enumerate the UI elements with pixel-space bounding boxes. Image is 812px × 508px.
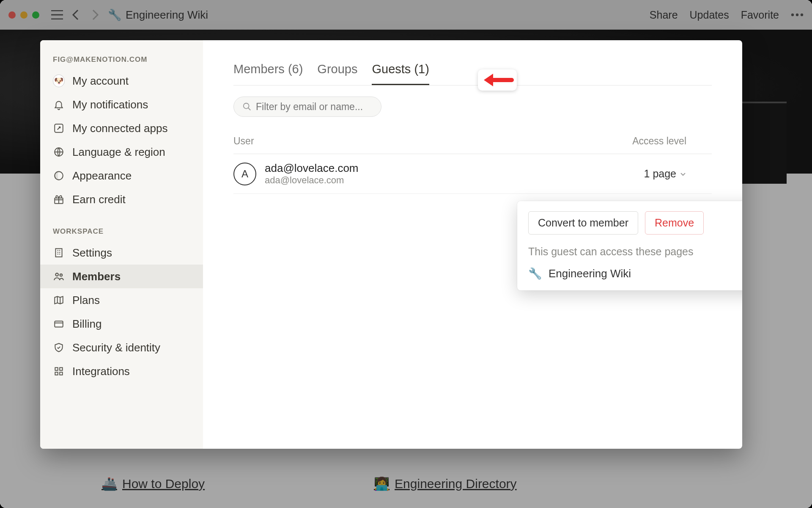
svg-rect-11	[55, 367, 58, 370]
sidebar-item-earn-credit[interactable]: Earn credit	[40, 188, 203, 211]
tab-guests[interactable]: Guests (1)	[372, 62, 429, 85]
filter-input-wrapper[interactable]	[233, 97, 381, 117]
svg-rect-10	[55, 321, 63, 327]
accessible-page-label: Engineering Wiki	[549, 267, 631, 280]
sidebar-item-label: My connected apps	[72, 122, 167, 135]
moon-icon	[53, 170, 65, 181]
guest-name: ada@lovelace.com	[265, 162, 644, 175]
svg-point-15	[244, 103, 249, 109]
svg-point-8	[55, 273, 58, 276]
shield-icon	[53, 342, 65, 353]
sidebar-item-label: Plans	[72, 294, 100, 307]
member-tabs: Members (6) Groups Guests (1)	[233, 62, 712, 86]
sidebar-item-notifications[interactable]: My notifications	[40, 93, 203, 116]
sidebar-item-appearance[interactable]: Appearance	[40, 164, 203, 188]
remove-guest-button[interactable]: Remove	[645, 211, 704, 235]
settings-modal: FIG@MAKENOTION.COM 🐶 My account My notif…	[40, 40, 742, 449]
sidebar-item-members[interactable]: Members	[40, 265, 203, 288]
convert-to-member-button[interactable]: Convert to member	[528, 211, 638, 235]
sidebar-item-connected-apps[interactable]: My connected apps	[40, 116, 203, 140]
svg-point-9	[60, 274, 62, 276]
building-icon	[53, 247, 65, 258]
sidebar-item-plans[interactable]: Plans	[40, 288, 203, 312]
svg-rect-12	[60, 367, 63, 370]
filter-input[interactable]	[256, 101, 373, 113]
chevron-down-icon	[680, 171, 686, 177]
sidebar-item-label: Security & identity	[72, 341, 160, 354]
sidebar-item-label: Appearance	[72, 169, 132, 182]
accessible-page-item[interactable]: 🔧 Engineering Wiki	[528, 267, 742, 280]
sidebar-item-my-account[interactable]: 🐶 My account	[40, 69, 203, 93]
guest-access-popover: Convert to member Remove This guest can …	[517, 201, 742, 290]
sidebar-item-label: Integrations	[72, 365, 130, 378]
guest-info: ada@lovelace.com ada@lovelace.com	[265, 162, 644, 186]
grid-icon	[53, 366, 65, 377]
col-user: User	[233, 135, 254, 147]
sidebar-item-integrations[interactable]: Integrations	[40, 359, 203, 383]
sidebar-item-label: Settings	[72, 246, 112, 260]
sidebar-item-label: Members	[72, 270, 121, 283]
annotation-arrow-icon	[478, 69, 517, 91]
people-icon	[53, 271, 65, 282]
guest-email: ada@lovelace.com	[265, 175, 644, 186]
sidebar-item-label: My account	[72, 75, 129, 88]
settings-main: Members (6) Groups Guests (1) User Acces…	[203, 40, 742, 449]
sidebar-item-label: My notifications	[72, 98, 148, 111]
guest-access-label: 1 page	[644, 168, 676, 180]
bell-icon	[53, 99, 65, 110]
guest-avatar: A	[233, 163, 256, 185]
svg-rect-13	[55, 372, 58, 375]
col-access: Access level	[632, 135, 712, 147]
app-window: 🔧 Engineering Wiki Share Updates Favorit…	[0, 0, 812, 508]
sidebar-item-language[interactable]: Language & region	[40, 140, 203, 164]
sidebar-item-billing[interactable]: Billing	[40, 312, 203, 336]
globe-icon	[53, 146, 65, 157]
map-icon	[53, 295, 65, 306]
account-section-label: FIG@MAKENOTION.COM	[40, 51, 203, 69]
sidebar-item-security[interactable]: Security & identity	[40, 336, 203, 359]
gift-icon	[53, 194, 65, 205]
sidebar-item-settings[interactable]: Settings	[40, 241, 203, 265]
card-icon	[53, 318, 65, 329]
sidebar-item-label: Earn credit	[72, 193, 126, 206]
link-out-icon	[53, 123, 65, 134]
settings-sidebar: FIG@MAKENOTION.COM 🐶 My account My notif…	[40, 40, 203, 449]
avatar-icon: 🐶	[53, 75, 65, 87]
workspace-section-label: WORKSPACE	[40, 223, 203, 241]
wrench-icon: 🔧	[528, 267, 542, 280]
guests-table-header: User Access level	[233, 135, 712, 154]
svg-rect-14	[60, 372, 63, 375]
search-icon	[242, 102, 252, 111]
popover-note: This guest can access these pages	[528, 246, 742, 258]
svg-rect-7	[55, 248, 62, 257]
guest-access-dropdown[interactable]: 1 page	[644, 168, 712, 180]
tab-members[interactable]: Members (6)	[233, 62, 303, 85]
tab-groups[interactable]: Groups	[317, 62, 357, 85]
sidebar-item-label: Billing	[72, 318, 102, 331]
sidebar-item-label: Language & region	[72, 146, 165, 159]
guest-row: A ada@lovelace.com ada@lovelace.com 1 pa…	[233, 154, 712, 194]
